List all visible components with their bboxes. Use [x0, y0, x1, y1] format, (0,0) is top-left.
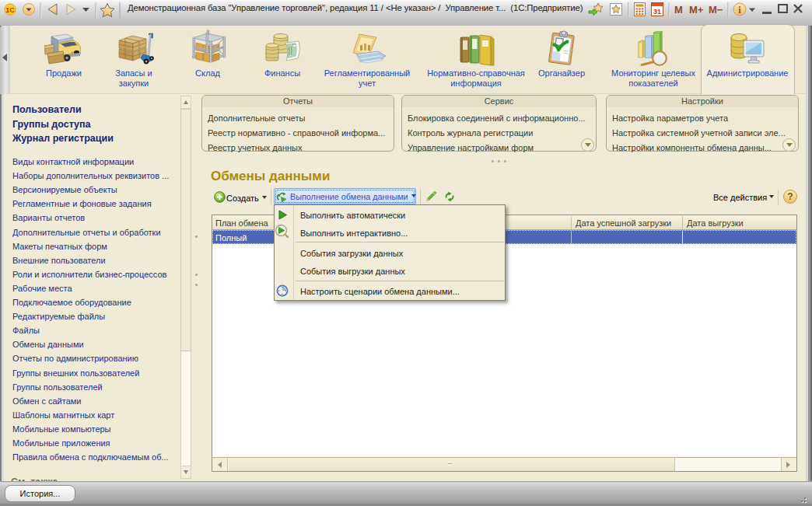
svg-text:M−: M−: [709, 4, 723, 16]
svg-text:31: 31: [653, 8, 661, 16]
svg-text:M: M: [674, 4, 683, 16]
svg-text:1C: 1C: [5, 6, 15, 14]
svg-text:M+: M+: [689, 4, 704, 16]
